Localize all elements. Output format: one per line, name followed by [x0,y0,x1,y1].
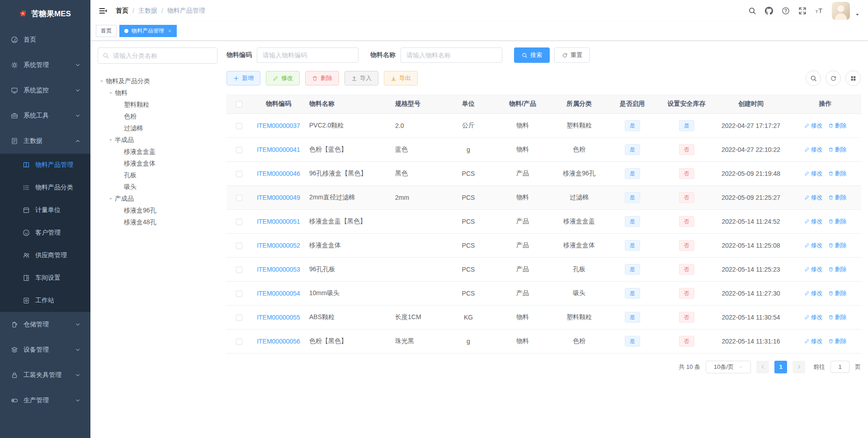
sidebar-item[interactable]: 系统工具 [0,103,90,128]
sidebar-item[interactable]: 系统管理 [0,52,90,78]
delete-link[interactable]: 删除 [828,241,847,250]
search-button[interactable]: 搜索 [514,47,550,63]
help-icon[interactable] [782,7,790,15]
goto-page-input[interactable] [830,361,849,373]
sidebar-item[interactable]: 仓储管理 [0,312,90,337]
reset-button[interactable]: 重置 [554,47,590,63]
tree-expand-icon[interactable] [98,79,106,84]
sidebar-subitem[interactable]: 工作站 [0,289,90,312]
edit-link[interactable]: 修改 [804,122,823,130]
item-code-link[interactable]: ITEM00000053 [257,266,300,273]
row-checkbox[interactable] [236,195,242,201]
row-checkbox[interactable] [236,315,242,321]
page-size-select[interactable]: 10条/页 [706,361,751,373]
delete-link[interactable]: 删除 [828,313,847,321]
tree-node[interactable]: 塑料颗粒 [98,99,217,111]
row-checkbox[interactable] [236,171,242,177]
table-search-toggle-button[interactable] [806,71,821,86]
search-icon[interactable] [748,7,756,15]
edit-link[interactable]: 修改 [804,146,823,154]
current-page-button[interactable]: 1 [774,361,787,373]
sidebar-item[interactable]: 设备管理 [0,337,90,363]
edit-link[interactable]: 修改 [804,217,823,226]
row-checkbox[interactable] [236,291,242,297]
edit-link[interactable]: 修改 [804,241,823,250]
code-filter-input[interactable] [257,47,359,63]
github-icon[interactable] [765,7,773,15]
tab-close-icon[interactable] [168,29,172,33]
add-button[interactable]: 新增 [226,71,260,85]
edit-link[interactable]: 修改 [804,265,823,273]
sidebar-item[interactable]: 生产管理 [0,388,90,413]
export-button[interactable]: 导出 [384,71,418,85]
item-code-link[interactable]: ITEM00000052 [257,242,300,249]
breadcrumb-item[interactable]: 主数据 [138,7,157,15]
tree-node[interactable]: 过滤棉 [98,122,217,134]
tree-node[interactable]: 孔板 [98,170,217,181]
tree-search-input[interactable] [112,52,212,60]
tree-expand-icon[interactable] [107,91,115,95]
fullscreen-icon[interactable] [798,7,807,15]
tree-node[interactable]: 移液盒96孔 [98,205,217,217]
sidebar-subitem[interactable]: 客户管理 [0,221,90,244]
delete-link[interactable]: 删除 [828,217,847,226]
edit-link[interactable]: 修改 [804,193,823,202]
item-code-link[interactable]: ITEM00000051 [257,218,300,225]
edit-link[interactable]: 修改 [804,313,823,321]
tree-node[interactable]: 移液盒盒盖 [98,146,217,158]
tree-expand-icon[interactable] [107,197,115,201]
name-filter-input[interactable] [401,47,502,63]
row-checkbox[interactable] [236,147,242,153]
tree-node[interactable]: 吸头 [98,181,217,193]
tree-node[interactable]: 移液盒48孔 [98,217,217,228]
row-checkbox[interactable] [236,123,242,129]
delete-link[interactable]: 删除 [828,289,847,297]
tree-node[interactable]: 移液盒盒体 [98,158,217,170]
tree-expand-icon[interactable] [107,138,115,142]
select-all-checkbox[interactable] [236,101,242,108]
sidebar-subitem[interactable]: 物料产品分类 [0,176,90,199]
app-logo[interactable]: K 苦糖果MES [0,0,90,27]
sidebar-subitem[interactable]: 车间设置 [0,267,90,289]
next-page-button[interactable] [793,361,805,373]
sidebar-subitem[interactable]: 物料产品管理 [0,154,90,176]
edit-link[interactable]: 修改 [804,289,823,297]
tree-node[interactable]: 物料及产品分类 [98,75,217,87]
import-button[interactable]: 导入 [344,71,378,85]
tab-active[interactable]: 物料产品管理 [119,25,177,37]
tree-node[interactable]: 产成品 [98,193,217,205]
table-columns-button[interactable] [845,71,861,86]
sidebar-subitem[interactable]: 供应商管理 [0,244,90,267]
row-checkbox[interactable] [236,243,242,249]
sidebar-fold-icon[interactable] [99,6,108,15]
delete-link[interactable]: 删除 [828,122,847,130]
font-size-icon[interactable]: TT [815,7,823,15]
sidebar-item[interactable]: 工装夹具管理 [0,363,90,388]
sidebar-subitem[interactable]: 计量单位 [0,199,90,221]
sidebar-item[interactable]: 系统监控 [0,78,90,103]
item-code-link[interactable]: ITEM00000054 [257,290,300,297]
delete-button[interactable]: 删除 [305,71,339,85]
tree-node[interactable]: 物料 [98,87,217,99]
edit-button[interactable]: 修改 [266,71,300,85]
delete-link[interactable]: 删除 [828,146,847,154]
edit-link[interactable]: 修改 [804,337,823,345]
avatar[interactable] [832,2,850,20]
delete-link[interactable]: 删除 [828,193,847,202]
sidebar-item[interactable]: 首页 [0,27,90,52]
tree-node[interactable]: 半成品 [98,134,217,146]
item-code-link[interactable]: ITEM00000041 [257,146,300,153]
prev-page-button[interactable] [756,361,769,373]
table-refresh-button[interactable] [826,71,841,86]
caret-down-icon[interactable] [855,12,860,17]
delete-link[interactable]: 删除 [828,170,847,178]
delete-link[interactable]: 删除 [828,265,847,273]
row-checkbox[interactable] [236,267,242,273]
item-code-link[interactable]: ITEM00000046 [257,170,300,177]
row-checkbox[interactable] [236,219,242,225]
item-code-link[interactable]: ITEM00000049 [257,194,300,201]
edit-link[interactable]: 修改 [804,170,823,178]
breadcrumb-item[interactable]: 首页 [116,7,128,15]
delete-link[interactable]: 删除 [828,337,847,345]
tab-item[interactable]: 首页 [96,25,117,37]
